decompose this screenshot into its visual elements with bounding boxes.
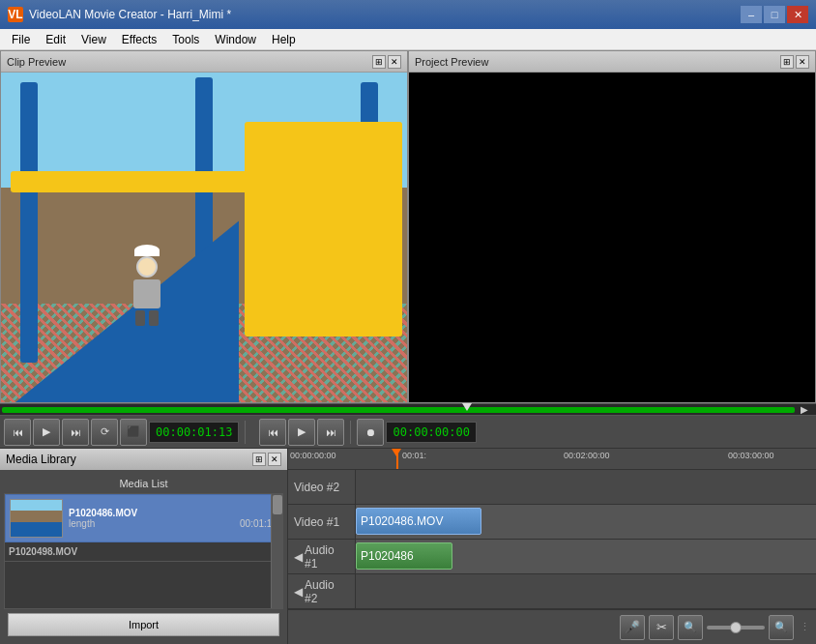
media-item-2[interactable]: P1020498.MOV bbox=[5, 542, 282, 562]
video-clip-1[interactable]: P1020486.MOV bbox=[356, 508, 481, 535]
app-icon: VL bbox=[8, 7, 23, 22]
menu-help[interactable]: Help bbox=[264, 31, 304, 48]
timeline-tracks: Video #2 Video #1 P1020486.MOV bbox=[288, 470, 816, 609]
media-library-content: Media List P1020486.MOV length 00:01:19 bbox=[0, 470, 287, 644]
scrubber-bar[interactable]: ▶ bbox=[0, 403, 816, 416]
project-preview-title: Project Preview bbox=[415, 56, 488, 68]
track-audio2: ◀ Audio #2 bbox=[288, 574, 816, 609]
media-filename-2: P1020498.MOV bbox=[9, 546, 77, 557]
zoom-thumb[interactable] bbox=[730, 622, 742, 633]
timeline-ruler: 00:00:00:00 00:01: 00:02:00:00 00:03:00:… bbox=[288, 449, 816, 470]
track-label-video1: Video #1 bbox=[288, 505, 356, 539]
window-title: VideoLAN Movie Creator - Harri_Mimi * bbox=[29, 8, 231, 21]
project-preview-header: Project Preview ⊞ ✕ bbox=[409, 51, 815, 73]
title-bar: VL VideoLAN Movie Creator - Harri_Mimi *… bbox=[0, 0, 816, 29]
clip-preview-panel: Clip Preview ⊞ ✕ bbox=[0, 50, 408, 403]
scrubber-thumb[interactable] bbox=[462, 403, 472, 411]
zoom-slider[interactable] bbox=[707, 626, 765, 629]
media-list-label: Media List bbox=[4, 474, 283, 493]
mic-button[interactable]: 🎤 bbox=[620, 615, 645, 640]
track-audio1: ◀ Audio #1 P1020486 bbox=[288, 540, 816, 574]
menu-window[interactable]: Window bbox=[207, 31, 264, 48]
media-length-label: length bbox=[69, 518, 95, 529]
track-label-audio1[interactable]: ◀ Audio #1 bbox=[288, 540, 356, 573]
close-button[interactable]: ✕ bbox=[787, 6, 808, 23]
media-library-title: Media Library bbox=[6, 453, 76, 466]
menu-view[interactable]: View bbox=[73, 31, 114, 48]
proj-play-button[interactable]: ▶ bbox=[288, 419, 315, 446]
menu-file[interactable]: File bbox=[4, 31, 38, 48]
clip-time-display: 00:00:01:13 bbox=[149, 422, 239, 443]
skip-end-button[interactable]: ⏭ bbox=[62, 419, 89, 446]
scissors-button[interactable]: ✂ bbox=[649, 615, 674, 640]
clip-preview-pin[interactable]: ⊞ bbox=[372, 55, 386, 69]
track-content-video1[interactable]: P1020486.MOV bbox=[356, 505, 816, 539]
media-thumbnail bbox=[10, 499, 63, 538]
ruler-mark-3: 00:03:00:00 bbox=[728, 451, 774, 460]
project-preview-pin[interactable]: ⊞ bbox=[780, 55, 794, 69]
proj-skip-end-button[interactable]: ⏭ bbox=[317, 419, 344, 446]
clip-preview-video bbox=[1, 73, 407, 402]
ruler-mark-0: 00:00:00:00 bbox=[290, 451, 336, 460]
track-label-audio2[interactable]: ◀ Audio #2 bbox=[288, 574, 356, 608]
project-preview-close[interactable]: ✕ bbox=[796, 55, 809, 69]
clip-preview-header: Clip Preview ⊞ ✕ bbox=[1, 51, 407, 73]
import-button[interactable]: Import bbox=[8, 613, 279, 636]
minimize-button[interactable]: – bbox=[741, 6, 762, 23]
timeline-area: 00:00:00:00 00:01: 00:02:00:00 00:03:00:… bbox=[288, 449, 816, 644]
menu-tools[interactable]: Tools bbox=[164, 31, 207, 48]
skip-start-button[interactable]: ⏮ bbox=[4, 419, 31, 446]
transport-row: ⏮ ▶ ⏭ ⟳ ⬛ 00:00:01:13 ⏮ ▶ ⏭ ⏺ 00:00:00:0… bbox=[0, 416, 816, 449]
media-scrollbar-thumb[interactable] bbox=[273, 495, 282, 514]
zoom-out-button[interactable]: 🔍 bbox=[678, 615, 703, 640]
track-content-audio1[interactable]: P1020486 bbox=[356, 540, 816, 573]
loop-button[interactable]: ⟳ bbox=[91, 419, 118, 446]
track-content-video2[interactable] bbox=[356, 470, 816, 504]
ruler-mark-1: 00:01: bbox=[402, 451, 426, 460]
audio-clip-1[interactable]: P1020486 bbox=[356, 542, 452, 570]
media-filename: P1020486.MOV bbox=[69, 508, 277, 518]
menu-bar: File Edit View Effects Tools Window Help bbox=[0, 29, 816, 50]
bottom-toolbar: 🎤 ✂ 🔍 🔍 ⋮ bbox=[288, 609, 816, 644]
media-library-header: Media Library ⊞ ✕ bbox=[0, 449, 287, 470]
track-video2: Video #2 bbox=[288, 470, 816, 505]
clip-preview-close[interactable]: ✕ bbox=[388, 55, 401, 69]
proj-record-button[interactable]: ⏺ bbox=[357, 419, 384, 446]
playhead-arrow bbox=[392, 449, 401, 456]
play-button[interactable]: ▶ bbox=[33, 419, 60, 446]
menu-edit[interactable]: Edit bbox=[38, 31, 73, 48]
project-preview-panel: Project Preview ⊞ ✕ bbox=[408, 50, 816, 403]
scrubber-track[interactable] bbox=[2, 407, 795, 413]
media-scroll-container[interactable]: P1020486.MOV length 00:01:19 P1020498. bbox=[4, 493, 283, 609]
media-library: Media Library ⊞ ✕ Media List P1020486.M bbox=[0, 449, 288, 644]
media-item[interactable]: P1020486.MOV length 00:01:19 bbox=[5, 494, 282, 542]
track-label-video2: Video #2 bbox=[288, 470, 356, 504]
track-content-audio2[interactable] bbox=[356, 574, 816, 608]
window-controls: – □ ✕ bbox=[741, 6, 808, 23]
maximize-button[interactable]: □ bbox=[764, 6, 785, 23]
proj-skip-start-button[interactable]: ⏮ bbox=[259, 419, 286, 446]
track-video1: Video #1 P1020486.MOV bbox=[288, 505, 816, 540]
proj-time-display: 00:00:00:00 bbox=[386, 422, 476, 443]
clip-preview-title: Clip Preview bbox=[7, 56, 66, 68]
capture-button[interactable]: ⬛ bbox=[120, 419, 147, 446]
zoom-in-button[interactable]: 🔍 bbox=[769, 615, 794, 640]
media-library-close[interactable]: ✕ bbox=[268, 453, 281, 466]
media-library-pin[interactable]: ⊞ bbox=[252, 453, 266, 466]
project-preview-video bbox=[409, 73, 815, 402]
menu-effects[interactable]: Effects bbox=[114, 31, 164, 48]
ruler-mark-2: 00:02:00:00 bbox=[564, 451, 610, 460]
media-scrollbar[interactable] bbox=[271, 494, 282, 608]
